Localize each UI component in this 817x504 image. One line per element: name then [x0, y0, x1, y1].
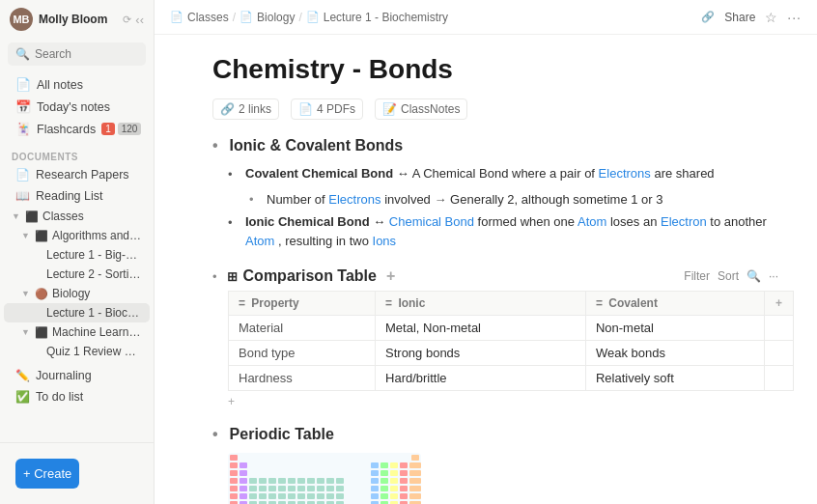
electron-link-ionic[interactable]: Electron [661, 214, 707, 229]
add-column-button[interactable]: + [386, 267, 395, 285]
electrons-link-2[interactable]: Electrons [328, 192, 380, 207]
svg-rect-10 [230, 470, 238, 476]
electrons-link-1[interactable]: Electrons [599, 166, 651, 181]
svg-rect-35 [239, 486, 247, 491]
lec1-biochem-label: Lecture 1 - Biochemistry [46, 306, 142, 320]
breadcrumb-lecture[interactable]: Lecture 1 - Biochemistry [324, 11, 448, 24]
meta-classnotes[interactable]: 📝 ClassNotes [375, 98, 467, 120]
sidebar-item-flashcards[interactable]: 🃏 Flashcards 1 120 [4, 118, 150, 140]
svg-rect-37 [259, 486, 267, 491]
sidebar-item-todays-notes[interactable]: 📅 Today's notes [4, 96, 150, 118]
main-panel: 📄 Classes / 📄 Biology / 📄 Lecture 1 - Bi… [155, 0, 817, 504]
sidebar-item-biology[interactable]: ▼ 🟤 Biology [4, 284, 150, 303]
svg-rect-43 [317, 486, 324, 491]
svg-rect-60 [317, 493, 324, 499]
atom-link-1[interactable]: Atom [578, 214, 606, 229]
collapse-sidebar-button[interactable]: ‹‹ [135, 13, 144, 27]
flashcard-badges: 1 120 [101, 123, 141, 135]
ionic-covalent-heading: Ionic & Covalent Bonds [230, 137, 404, 154]
breadcrumb-biology[interactable]: Biology [257, 11, 295, 24]
row-material-property: Material [229, 316, 376, 341]
sidebar-item-research-papers[interactable]: 📄 Research Papers [4, 164, 150, 185]
more-button[interactable]: ··· [787, 10, 802, 25]
svg-rect-51 [230, 493, 238, 499]
sidebar-item-lec2-sort[interactable]: ▶ Lecture 2 - Sorting Algorithms [4, 265, 150, 284]
svg-rect-62 [336, 493, 344, 499]
col-covalent: = Covalent [585, 292, 764, 316]
svg-rect-16 [409, 470, 421, 476]
sidebar: MB Molly Bloom ⟳ ‹‹ 🔍 ⌘K 📄 All notes 📅 T… [0, 0, 155, 504]
add-row-button[interactable]: + [228, 395, 778, 408]
ionic-bold: Ionic Chemical Bond [245, 214, 370, 229]
covalent-end: are shared [654, 166, 714, 181]
svg-rect-40 [288, 486, 296, 491]
generally-text: Generally 2, although sometime 1 or 3 [450, 192, 662, 207]
ionic-loses: loses an [610, 214, 661, 229]
sidebar-item-ml[interactable]: ▼ ⬛ Machine Learning [4, 322, 150, 342]
row-hardness-property: Hardness [229, 366, 376, 391]
reading-list-icon: 📖 [15, 189, 30, 203]
more-table-button[interactable]: ··· [769, 269, 778, 283]
row-bond-covalent: Weak bonds [585, 341, 764, 366]
classnotes-label: ClassNotes [401, 102, 460, 116]
svg-rect-31 [390, 478, 398, 484]
breadcrumb-classes[interactable]: Classes [187, 11, 229, 24]
ions-link[interactable]: Ions [373, 234, 397, 248]
svg-rect-28 [336, 478, 344, 484]
svg-rect-14 [390, 470, 398, 476]
pdf-icon: 📄 [298, 102, 313, 116]
atom-link-2[interactable]: Atom [245, 234, 274, 248]
ionic-mid: formed when one [478, 214, 578, 229]
svg-rect-65 [390, 493, 398, 499]
todo-label: To do list [36, 390, 83, 404]
sidebar-item-todo[interactable]: ✅ To do list [4, 386, 150, 407]
biology-label: Biology [52, 287, 142, 300]
sidebar-item-classes[interactable]: ▼ ⬛ Classes [4, 207, 150, 226]
lec2-sort-label: Lecture 2 - Sorting Algorithms [46, 267, 142, 281]
search-input[interactable] [35, 47, 155, 61]
documents-section-label: DOCUMENTS [0, 144, 154, 164]
content-area: Chemistry - Bonds 🔗 2 links 📄 4 PDFs 📝 C… [155, 35, 817, 504]
notes-icon: 📝 [382, 102, 397, 116]
sidebar-item-quiz1[interactable]: ▶ Quiz 1 Review Notes [4, 342, 150, 361]
sidebar-footer: + Create [0, 442, 154, 504]
sidebar-item-all-notes[interactable]: 📄 All notes [4, 73, 150, 96]
star-button[interactable]: ☆ [765, 10, 777, 25]
ionic-to: to another [710, 214, 767, 229]
number-text: Number of [267, 192, 328, 207]
bullet-dot-table: • [212, 269, 217, 284]
search-table-icon[interactable]: 🔍 [747, 269, 761, 283]
create-button[interactable]: + Create [15, 459, 79, 489]
sidebar-item-journaling[interactable]: ✏️ Journaling [4, 365, 150, 386]
meta-pdfs[interactable]: 📄 4 PDFs [291, 98, 363, 120]
svg-rect-26 [317, 478, 324, 484]
breadcrumb-icon-bio: 📄 [239, 11, 253, 23]
algo-label: Algorithms and Compu... [52, 229, 142, 242]
biology-icon: 🟤 [35, 288, 48, 300]
sidebar-item-lec1-bigo[interactable]: ▶ Lecture 1 - Big-O Notation [4, 245, 150, 265]
filter-button[interactable]: Filter [684, 269, 710, 283]
search-bar[interactable]: 🔍 ⌘K [8, 42, 146, 66]
svg-rect-45 [336, 486, 344, 491]
sidebar-item-reading-list[interactable]: 📖 Reading List [4, 185, 150, 207]
svg-rect-22 [278, 478, 286, 484]
svg-rect-66 [400, 493, 408, 499]
col-add[interactable]: + [765, 292, 794, 316]
todays-notes-label: Today's notes [37, 100, 110, 114]
table-header-row: • ⊞ Comparison Table + Filter Sort 🔍 ··· [212, 267, 778, 285]
sidebar-item-algo[interactable]: ▼ ⬛ Algorithms and Compu... [4, 226, 150, 245]
periodic-table-svg [228, 453, 421, 504]
sidebar-item-lec1-biochem[interactable]: ▶ Lecture 1 - Biochemistry [4, 303, 150, 322]
involved-text: involved [384, 192, 434, 207]
svg-rect-57 [288, 493, 296, 499]
sort-button[interactable]: Sort [718, 269, 739, 283]
meta-links[interactable]: 🔗 2 links [212, 98, 279, 120]
table-icon: ⊞ [227, 269, 238, 284]
svg-rect-30 [380, 478, 388, 484]
chemical-bond-link[interactable]: Chemical Bond [389, 214, 474, 229]
flashcard-badge-new: 1 [101, 123, 115, 135]
svg-rect-49 [400, 486, 408, 491]
flashcard-icon: 🃏 [15, 122, 31, 136]
table-row-hardness: Hardness Hard/brittle Relatively soft [229, 366, 794, 391]
share-button[interactable]: Share [724, 11, 755, 24]
